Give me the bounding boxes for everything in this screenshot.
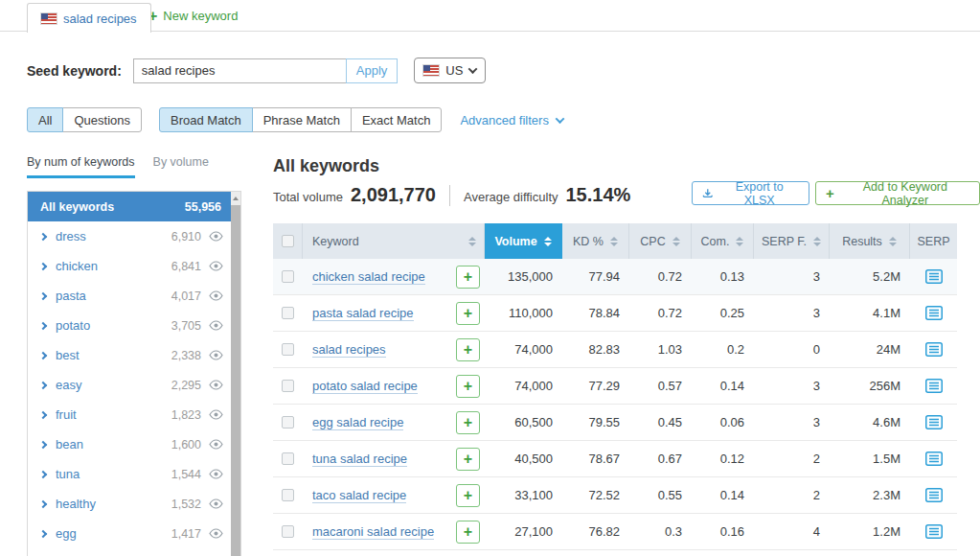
eye-icon[interactable] — [209, 290, 223, 301]
serp-view-button[interactable] — [925, 342, 943, 357]
eye-icon[interactable] — [209, 409, 223, 420]
chevron-right-icon — [39, 291, 47, 299]
type-filter-group: All Questions — [27, 107, 142, 132]
eye-icon[interactable] — [209, 498, 223, 509]
advanced-filters-link[interactable]: Advanced filters — [460, 113, 563, 127]
column-header-results[interactable]: Results — [830, 223, 910, 259]
scrollbar-thumb[interactable] — [231, 205, 240, 556]
row-checkbox[interactable] — [282, 489, 294, 501]
add-keyword-button[interactable]: + — [456, 338, 480, 361]
row-checkbox[interactable] — [282, 416, 294, 429]
row-checkbox[interactable] — [282, 452, 294, 465]
row-checkbox[interactable] — [282, 270, 294, 283]
add-keyword-button[interactable]: + — [456, 521, 480, 544]
serp-features-value: 2 — [754, 452, 830, 466]
add-keyword-button[interactable]: + — [456, 411, 480, 434]
group-label[interactable]: best — [56, 348, 80, 362]
group-label[interactable]: potato — [56, 318, 90, 333]
serp-view-button[interactable] — [925, 306, 943, 320]
sidebar-group-item[interactable]: chicken 6,841 — [28, 251, 233, 281]
seed-keyword-input[interactable] — [133, 58, 346, 83]
add-to-keyword-analyzer-button[interactable]: + Add to Keyword Analyzer — [815, 181, 980, 205]
add-keyword-button[interactable]: + — [456, 302, 480, 325]
eye-icon[interactable] — [209, 528, 223, 539]
eye-icon[interactable] — [209, 380, 223, 390]
column-header-volume[interactable]: Volume — [485, 223, 562, 259]
group-label[interactable]: pasta — [56, 289, 86, 303]
sidebar-group-item[interactable]: fruit 1,823 — [28, 400, 233, 429]
column-header-cpc[interactable]: CPC — [629, 223, 692, 259]
serp-features-value: 3 — [754, 306, 830, 320]
keyword-link[interactable]: chicken salad recipe — [312, 269, 425, 285]
tab-salad-recipes[interactable]: salad recipes — [27, 3, 151, 33]
column-header-com[interactable]: Com. — [692, 223, 754, 259]
serp-view-button[interactable] — [925, 452, 943, 466]
column-header-kd[interactable]: KD % — [562, 223, 629, 259]
keyword-link[interactable]: pasta salad recipe — [312, 306, 414, 321]
column-header-serp-features[interactable]: SERP F. — [754, 223, 830, 259]
tab-by-num-of-keywords[interactable]: By num of keywords — [27, 155, 135, 178]
row-checkbox[interactable] — [282, 380, 294, 392]
keyword-link[interactable]: potato salad recipe — [312, 379, 418, 394]
add-keyword-button[interactable]: + — [456, 484, 480, 507]
eye-icon[interactable] — [209, 350, 223, 360]
filter-all-button[interactable]: All — [27, 107, 63, 132]
cpc-value: 0.72 — [629, 306, 692, 320]
sidebar-group-item[interactable]: easy 2,295 — [28, 370, 233, 400]
keyword-link[interactable]: macaroni salad recipe — [312, 524, 434, 540]
sidebar-group-item[interactable]: best 2,338 — [28, 340, 233, 370]
sidebar-item-all-keywords[interactable]: All keywords 55,956 — [28, 192, 233, 221]
keyword-link[interactable]: egg salad recipe — [312, 415, 403, 430]
row-checkbox[interactable] — [282, 525, 294, 538]
sidebar-group-item[interactable]: potato 3,705 — [28, 311, 233, 340]
apply-button[interactable]: Apply — [346, 58, 399, 83]
sidebar-group-item[interactable]: dress 6,910 — [28, 221, 233, 251]
export-xlsx-button[interactable]: Export to XLSX — [692, 181, 809, 205]
eye-icon[interactable] — [209, 439, 223, 450]
row-checkbox[interactable] — [282, 307, 294, 319]
filter-phrase-match-button[interactable]: Phrase Match — [252, 107, 352, 132]
group-label[interactable]: fruit — [56, 407, 77, 422]
group-label[interactable]: dress — [56, 229, 86, 243]
sidebar-group-item[interactable]: pasta 4,017 — [28, 281, 233, 311]
serp-view-button[interactable] — [925, 379, 943, 393]
add-keyword-button[interactable]: + — [456, 375, 480, 398]
add-keyword-button[interactable]: + — [456, 448, 480, 471]
serp-view-button[interactable] — [925, 415, 943, 429]
serp-view-button[interactable] — [925, 488, 943, 502]
serp-view-button[interactable] — [925, 269, 943, 284]
column-header-keyword[interactable]: Keyword — [303, 223, 485, 259]
eye-icon[interactable] — [209, 231, 223, 242]
group-label[interactable]: egg — [56, 526, 77, 541]
sidebar-group-item[interactable]: egg 1,417 — [28, 519, 233, 548]
scroll-up-arrow-icon[interactable] — [231, 192, 240, 205]
us-flag-icon — [41, 13, 57, 24]
group-label[interactable]: easy — [56, 378, 81, 392]
group-label[interactable]: bean — [56, 437, 83, 452]
sidebar-scrollbar[interactable] — [231, 192, 240, 556]
filter-questions-button[interactable]: Questions — [62, 107, 142, 132]
row-checkbox[interactable] — [282, 343, 294, 356]
add-keyword-button[interactable]: + — [456, 266, 480, 289]
sidebar-group-item[interactable]: healthy 1,532 — [28, 489, 233, 519]
keyword-link[interactable]: salad recipes — [312, 342, 386, 358]
region-dropdown[interactable]: US — [414, 58, 486, 83]
group-label[interactable]: chicken — [56, 259, 98, 273]
eye-icon[interactable] — [209, 261, 223, 271]
group-label[interactable]: tuna — [56, 467, 80, 481]
sidebar-group-item[interactable]: tuna 1,544 — [28, 459, 233, 489]
keyword-link[interactable]: taco salad recipe — [312, 488, 406, 503]
eye-icon[interactable] — [209, 469, 223, 479]
tab-by-volume[interactable]: By volume — [153, 155, 209, 178]
select-all-checkbox[interactable] — [282, 235, 294, 247]
group-label[interactable]: healthy — [56, 497, 96, 511]
serp-view-button[interactable] — [925, 524, 943, 539]
eye-icon[interactable] — [209, 320, 223, 331]
serp-list-icon — [925, 379, 943, 393]
keyword-link[interactable]: tuna salad recipe — [312, 452, 407, 467]
cpc-value: 0.45 — [629, 415, 692, 429]
sidebar-group-item[interactable]: bean 1,600 — [28, 429, 233, 459]
filter-exact-match-button[interactable]: Exact Match — [351, 107, 443, 132]
new-keyword-tab[interactable]: + New keyword — [148, 0, 238, 32]
filter-broad-match-button[interactable]: Broad Match — [159, 107, 253, 132]
